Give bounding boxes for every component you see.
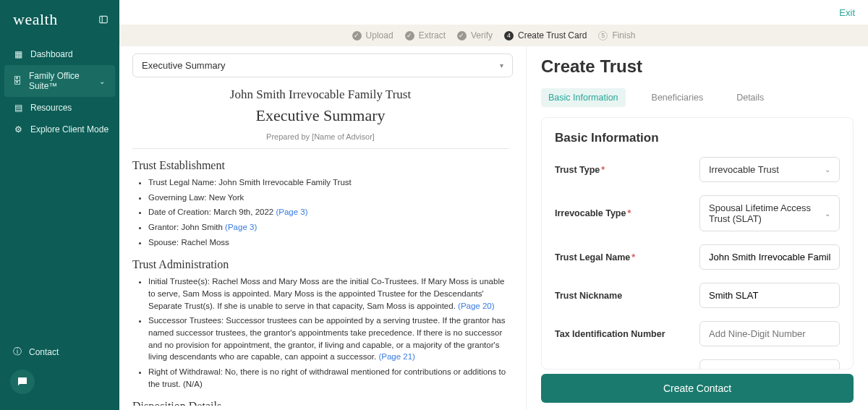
- sidebar-item-label: Explore Client Mode: [30, 124, 109, 134]
- text: Grantor: John Smith: [148, 223, 225, 231]
- step-label: Finish: [612, 30, 635, 40]
- tin-input[interactable]: [699, 321, 840, 346]
- document-heading: Executive Summary: [132, 106, 509, 125]
- field-state: State of Residence New York ⌄: [555, 359, 840, 370]
- tab-basic-info[interactable]: Basic Information: [541, 88, 626, 107]
- text: Successor Trustees: Successor trustees c…: [148, 316, 505, 361]
- check-icon: ✓: [457, 31, 467, 40]
- layers-icon: ▤: [13, 103, 23, 113]
- sidebar-footer: ⓘ Contact: [0, 340, 119, 410]
- required-indicator: *: [601, 165, 605, 175]
- trust-type-select[interactable]: Irrevocable Trust ⌄: [699, 157, 840, 182]
- field-trust-type: Trust Type* Irrevocable Trust ⌄: [555, 157, 840, 182]
- select-value: New York: [709, 367, 749, 370]
- label: Trust Legal Name*: [555, 252, 699, 262]
- page-link[interactable]: (Page 20): [458, 302, 495, 310]
- sidebar-item-label: Contact: [29, 347, 59, 357]
- gear-icon: ⚙: [13, 124, 23, 134]
- list-item: Grantor: John Smith (Page 3): [148, 221, 509, 234]
- section-title-disposition: Disposition Details: [132, 400, 509, 406]
- topbar: Exit: [119, 0, 868, 25]
- document-pane: Executive Summary ▾ John Smith Irrevocab…: [119, 46, 527, 410]
- list-item: Spouse: Rachel Moss: [148, 236, 509, 249]
- card-title: Basic Information: [555, 131, 840, 145]
- briefcase-icon: 🗄: [13, 76, 22, 86]
- list-item: Initial Trustee(s): Rachel Moss and Mary…: [148, 276, 509, 312]
- label: Tax Identification Number: [555, 329, 699, 339]
- stepper: ✓ Upload ✓ Extract ✓ Verify 4 Create Tru…: [119, 25, 868, 46]
- list-item: Date of Creation: March 9th, 2022 (Page …: [148, 206, 509, 218]
- nickname-input[interactable]: [699, 283, 840, 308]
- step-verify: ✓ Verify: [457, 30, 493, 40]
- label-text: Trust Legal Name: [555, 252, 630, 262]
- sidebar-item-dashboard[interactable]: ▦ Dashboard: [0, 43, 119, 65]
- page-link[interactable]: (Page 3): [276, 208, 307, 216]
- select-value: Irrevocable Trust: [709, 164, 779, 175]
- section-title-administration: Trust Administration: [132, 258, 509, 271]
- submit-wrap: Create Contact: [541, 374, 854, 403]
- form-pane: Create Trust Basic Information Beneficia…: [527, 46, 868, 410]
- step-label: Verify: [471, 30, 493, 40]
- required-indicator: *: [627, 208, 631, 218]
- label-text: Irrevocable Type: [555, 208, 626, 218]
- step-extract: ✓ Extract: [405, 30, 446, 40]
- tabs: Basic Information Beneficiaries Details: [541, 88, 854, 107]
- document-trust-name: John Smith Irrevocable Family Trust: [132, 87, 509, 102]
- sidebar-item-explore-client[interactable]: ⚙ Explore Client Mode: [0, 119, 119, 140]
- main: Executive Summary ▾ John Smith Irrevocab…: [119, 46, 868, 410]
- check-icon: ✓: [405, 31, 414, 40]
- info-icon: ⓘ: [13, 346, 22, 358]
- sidebar-item-label: Resources: [30, 103, 72, 113]
- page-link[interactable]: (Page 3): [225, 223, 257, 231]
- label: Trust Type*: [555, 165, 699, 175]
- list-item: Successor Trustees: Successor trustees c…: [148, 315, 509, 363]
- list-item: Trust Legal Name: John Smith Irrevocable…: [148, 176, 509, 189]
- text: Initial Trustee(s): Rachel Moss and Mary…: [148, 277, 504, 309]
- field-tin: Tax Identification Number: [555, 321, 840, 346]
- document-prepared-by: Prepared by [Name of Advisor]: [132, 132, 509, 149]
- state-select[interactable]: New York ⌄: [699, 359, 840, 370]
- label-text: Trust Type: [555, 165, 600, 175]
- sidebar: wealth ▦ Dashboard 🗄 Family Office Suite…: [0, 0, 119, 410]
- chevron-down-icon: ▾: [500, 61, 503, 69]
- page-title: Create Trust: [541, 56, 854, 77]
- sidebar-item-contact[interactable]: ⓘ Contact: [0, 340, 119, 364]
- field-irrevocable-type: Irrevocable Type* Spousal Lifetime Acces…: [555, 195, 840, 231]
- create-contact-button[interactable]: Create Contact: [541, 374, 854, 403]
- list-item: Right of Withdrawal: No, there is no rig…: [148, 366, 509, 390]
- chat-launcher[interactable]: [10, 370, 35, 394]
- tab-beneficiaries[interactable]: Beneficiaries: [644, 88, 711, 107]
- sidebar-item-family-office[interactable]: 🗄 Family Office Suite™ ⌄: [4, 65, 115, 97]
- list-item: Governing Law: New York: [148, 192, 509, 204]
- step-upload: ✓ Upload: [352, 30, 393, 40]
- brand-logo: wealth: [13, 10, 58, 29]
- sidebar-nav: ▦ Dashboard 🗄 Family Office Suite™ ⌄ ▤ R…: [0, 43, 119, 140]
- irrevocable-type-select[interactable]: Spousal Lifetime Access Trust (SLAT) ⌄: [699, 195, 840, 231]
- label: State of Residence: [555, 367, 699, 370]
- exit-link[interactable]: Exit: [839, 7, 855, 18]
- sidebar-item-resources[interactable]: ▤ Resources: [0, 97, 119, 119]
- step-label: Extract: [419, 30, 446, 40]
- chevron-down-icon: ⌄: [825, 166, 830, 174]
- document-body[interactable]: John Smith Irrevocable Family Trust Exec…: [132, 87, 513, 406]
- chevron-down-icon: ⌄: [825, 368, 830, 370]
- tab-details[interactable]: Details: [729, 88, 771, 107]
- sidebar-item-label: Dashboard: [30, 49, 73, 59]
- check-icon: ✓: [352, 31, 362, 40]
- chevron-down-icon: ⌄: [825, 210, 830, 218]
- step-label: Create Trust Card: [518, 30, 587, 40]
- step-create-trust-card: 4 Create Trust Card: [504, 30, 587, 40]
- label: Irrevocable Type*: [555, 208, 699, 218]
- document-selector[interactable]: Executive Summary ▾: [132, 54, 513, 77]
- list-establishment: Trust Legal Name: John Smith Irrevocable…: [132, 176, 509, 248]
- legal-name-input[interactable]: [699, 244, 840, 270]
- label: Trust Nickname: [555, 291, 699, 301]
- section-title-establishment: Trust Establishment: [132, 159, 509, 172]
- panel-collapse-icon[interactable]: [98, 14, 109, 25]
- sidebar-item-label: Family Office Suite™: [29, 71, 92, 91]
- field-legal-name: Trust Legal Name*: [555, 244, 840, 270]
- svg-rect-0: [100, 16, 108, 22]
- required-indicator: *: [631, 252, 635, 262]
- chevron-down-icon: ⌄: [99, 77, 105, 85]
- page-link[interactable]: (Page 21): [378, 352, 415, 361]
